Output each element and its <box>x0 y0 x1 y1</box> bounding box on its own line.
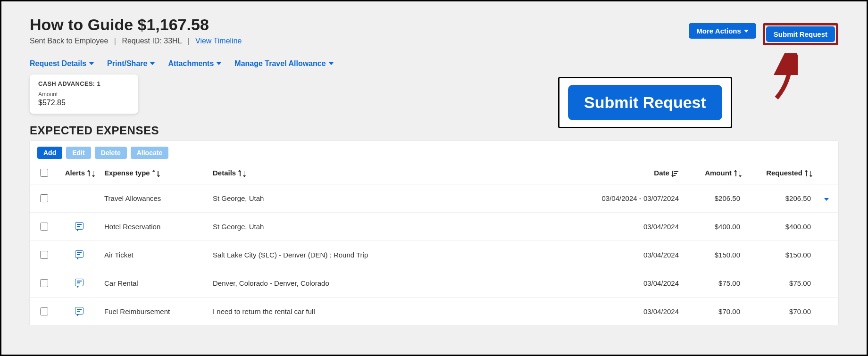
comment-icon[interactable] <box>75 307 83 315</box>
details-cell: Denver, Colorado - Denver, Colorado <box>209 269 579 298</box>
column-expand <box>815 163 838 184</box>
row-checkbox[interactable] <box>40 194 48 202</box>
requested-cell: $75.00 <box>744 269 815 298</box>
chevron-down-icon <box>744 30 749 33</box>
sort-icon <box>239 170 244 177</box>
print-share-link[interactable]: Print/Share <box>107 59 155 68</box>
more-actions-button[interactable]: More Actions <box>689 23 756 39</box>
column-checkbox <box>30 163 58 184</box>
table-row[interactable]: Air TicketSalt Lake City (SLC) - Denver … <box>30 241 838 269</box>
details-cell: St George, Utah <box>209 213 579 241</box>
expenses-table-panel: Add Edit Delete Allocate Alerts Expense … <box>30 141 838 326</box>
submit-request-button[interactable]: Submit Request <box>766 26 835 42</box>
request-details-link[interactable]: Request Details <box>30 59 94 68</box>
table-row[interactable]: Fuel ReimbursementI need to return the r… <box>30 298 838 326</box>
column-amount[interactable]: Amount <box>683 163 744 184</box>
chevron-down-icon <box>217 62 221 65</box>
comment-icon[interactable] <box>75 222 83 230</box>
column-requested[interactable]: Requested <box>744 163 815 184</box>
details-cell: I need to return the rental car full <box>209 298 579 326</box>
comment-icon[interactable] <box>75 250 83 258</box>
sort-icon <box>153 170 159 177</box>
comment-icon[interactable] <box>75 279 83 286</box>
more-actions-label: More Actions <box>696 27 741 35</box>
attachments-link[interactable]: Attachments <box>168 59 221 68</box>
expand-row-button[interactable] <box>824 194 829 202</box>
row-checkbox[interactable] <box>40 307 48 315</box>
submit-request-highlight: Submit Request <box>763 23 838 45</box>
column-alerts[interactable]: Alerts <box>58 163 100 184</box>
amount-cell: $206.50 <box>683 184 744 213</box>
expense-type-cell: Travel Allowances <box>100 184 209 213</box>
column-details-label: Details <box>213 169 236 177</box>
separator: | <box>114 37 116 45</box>
column-requested-label: Requested <box>766 169 802 177</box>
cash-advances-amount-value: $572.85 <box>38 99 130 107</box>
select-all-checkbox[interactable] <box>40 169 48 177</box>
page-title: How to Guide $1,167.58 <box>30 16 242 34</box>
table-row[interactable]: Hotel ReservationSt George, Utah03/04/20… <box>30 213 838 241</box>
sort-icon <box>672 171 679 176</box>
manage-travel-allowance-label: Manage Travel Allowance <box>234 59 326 68</box>
requested-cell: $400.00 <box>744 213 815 241</box>
column-date-label: Date <box>654 169 669 177</box>
callout-submit-request-button: Submit Request <box>568 85 722 120</box>
allocate-button[interactable]: Allocate <box>131 147 168 159</box>
sort-icon <box>805 170 811 177</box>
expense-type-cell: Air Ticket <box>100 241 209 269</box>
add-button[interactable]: Add <box>37 147 62 159</box>
status-text: Sent Back to Employee <box>30 37 108 45</box>
requested-cell: $70.00 <box>744 298 815 326</box>
table-row[interactable]: Car RentalDenver, Colorado - Denver, Col… <box>30 269 838 298</box>
details-cell: St George, Utah <box>209 184 579 213</box>
row-checkbox[interactable] <box>40 279 48 287</box>
requested-cell: $150.00 <box>744 241 815 269</box>
sort-icon <box>88 170 93 177</box>
amount-cell: $75.00 <box>683 269 744 298</box>
sort-icon <box>734 170 740 177</box>
expense-type-cell: Car Rental <box>100 269 209 298</box>
date-cell: 03/04/2024 <box>579 241 683 269</box>
column-expense-type[interactable]: Expense type <box>100 163 209 184</box>
column-date[interactable]: Date <box>579 163 683 184</box>
column-expense-type-label: Expense type <box>104 169 150 177</box>
print-share-label: Print/Share <box>107 59 147 68</box>
request-id-label: Request ID: 33HL <box>122 37 182 45</box>
chevron-down-icon <box>150 62 155 65</box>
manage-travel-allowance-link[interactable]: Manage Travel Allowance <box>234 59 333 68</box>
delete-button[interactable]: Delete <box>95 147 127 159</box>
date-cell: 03/04/2024 <box>579 213 683 241</box>
chevron-down-icon <box>329 62 334 65</box>
column-amount-label: Amount <box>705 169 732 177</box>
cash-advances-card[interactable]: CASH ADVANCES: 1 Amount $572.85 <box>30 75 138 114</box>
date-cell: 03/04/2024 <box>579 298 683 326</box>
submit-request-label: Submit Request <box>774 30 827 38</box>
date-cell: 03/04/2024 <box>579 269 683 298</box>
table-row[interactable]: Travel AllowancesSt George, Utah03/04/20… <box>30 184 838 213</box>
amount-cell: $150.00 <box>683 241 744 269</box>
edit-button[interactable]: Edit <box>66 147 91 159</box>
row-checkbox[interactable] <box>40 251 48 259</box>
callout-submit-request: Submit Request <box>558 77 732 128</box>
cash-advances-title: CASH ADVANCES: 1 <box>38 80 130 87</box>
separator: | <box>187 37 189 45</box>
chevron-down-icon <box>89 62 94 65</box>
cash-advances-amount-label: Amount <box>38 91 130 98</box>
details-cell: Salt Lake City (SLC) - Denver (DEN) : Ro… <box>209 241 579 269</box>
row-checkbox[interactable] <box>40 223 48 231</box>
amount-cell: $70.00 <box>683 298 744 326</box>
view-timeline-link[interactable]: View Timeline <box>195 37 242 45</box>
request-details-label: Request Details <box>30 59 86 68</box>
date-cell: 03/04/2024 - 03/07/2024 <box>579 184 683 213</box>
chevron-down-icon <box>824 198 829 201</box>
expense-type-cell: Fuel Reimbursement <box>100 298 209 326</box>
expense-type-cell: Hotel Reservation <box>100 213 209 241</box>
column-details[interactable]: Details <box>209 163 579 184</box>
column-alerts-label: Alerts <box>65 169 85 177</box>
expenses-table: Alerts Expense type Details Date <box>30 163 838 326</box>
attachments-label: Attachments <box>168 59 214 68</box>
amount-cell: $400.00 <box>683 213 744 241</box>
requested-cell: $206.50 <box>744 184 815 213</box>
